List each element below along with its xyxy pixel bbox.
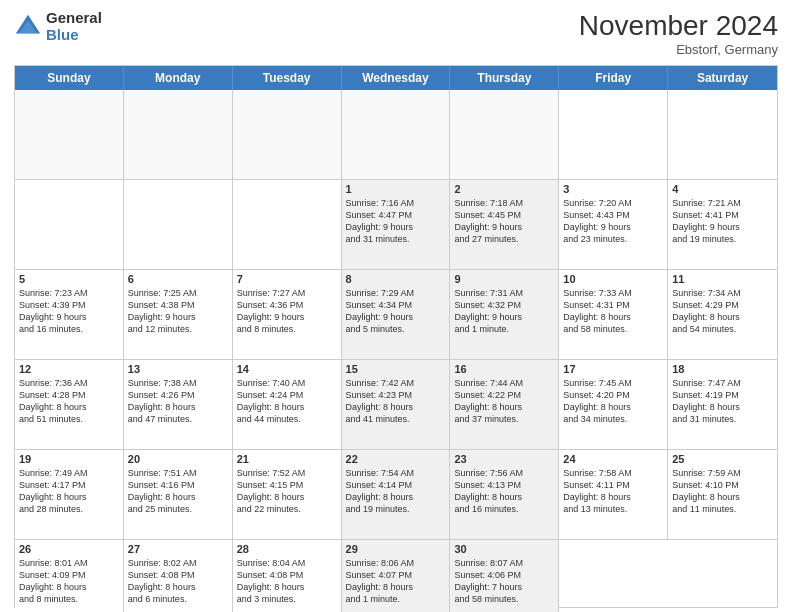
calendar-cell-day-1: 1Sunrise: 7:16 AM Sunset: 4:47 PM Daylig… [342,180,451,270]
day-number: 18 [672,363,773,375]
day-number: 24 [563,453,663,465]
day-info: Sunrise: 7:59 AM Sunset: 4:10 PM Dayligh… [672,467,773,516]
day-info: Sunrise: 7:38 AM Sunset: 4:26 PM Dayligh… [128,377,228,426]
calendar-cell-empty-2 [233,90,342,180]
day-info: Sunrise: 7:54 AM Sunset: 4:14 PM Dayligh… [346,467,446,516]
day-number: 16 [454,363,554,375]
page: General Blue November 2024 Ebstorf, Germ… [0,0,792,612]
title-section: November 2024 Ebstorf, Germany [579,10,778,57]
day-info: Sunrise: 7:27 AM Sunset: 4:36 PM Dayligh… [237,287,337,336]
calendar-cell-day-empty [668,90,777,180]
day-number: 17 [563,363,663,375]
logo-blue-text: Blue [46,27,102,44]
day-info: Sunrise: 7:18 AM Sunset: 4:45 PM Dayligh… [454,197,554,246]
day-info: Sunrise: 7:33 AM Sunset: 4:31 PM Dayligh… [563,287,663,336]
day-info: Sunrise: 8:07 AM Sunset: 4:06 PM Dayligh… [454,557,554,606]
calendar-cell-day-25: 25Sunrise: 7:59 AM Sunset: 4:10 PM Dayli… [668,450,777,540]
day-info: Sunrise: 7:31 AM Sunset: 4:32 PM Dayligh… [454,287,554,336]
day-header-monday: Monday [124,66,233,90]
day-info: Sunrise: 7:25 AM Sunset: 4:38 PM Dayligh… [128,287,228,336]
day-headers: SundayMondayTuesdayWednesdayThursdayFrid… [15,66,777,90]
calendar-cell-day-empty [124,180,233,270]
calendar-cell-day-22: 22Sunrise: 7:54 AM Sunset: 4:14 PM Dayli… [342,450,451,540]
calendar-cell-day-9: 9Sunrise: 7:31 AM Sunset: 4:32 PM Daylig… [450,270,559,360]
day-info: Sunrise: 7:23 AM Sunset: 4:39 PM Dayligh… [19,287,119,336]
calendar-cell-day-2: 2Sunrise: 7:18 AM Sunset: 4:45 PM Daylig… [450,180,559,270]
day-number: 28 [237,543,337,555]
calendar-cell-day-23: 23Sunrise: 7:56 AM Sunset: 4:13 PM Dayli… [450,450,559,540]
day-info: Sunrise: 7:52 AM Sunset: 4:15 PM Dayligh… [237,467,337,516]
day-number: 10 [563,273,663,285]
calendar-cell-day-19: 19Sunrise: 7:49 AM Sunset: 4:17 PM Dayli… [15,450,124,540]
calendar-cell-day-15: 15Sunrise: 7:42 AM Sunset: 4:23 PM Dayli… [342,360,451,450]
day-info: Sunrise: 8:01 AM Sunset: 4:09 PM Dayligh… [19,557,119,606]
day-info: Sunrise: 7:34 AM Sunset: 4:29 PM Dayligh… [672,287,773,336]
calendar-cell-day-29: 29Sunrise: 8:06 AM Sunset: 4:07 PM Dayli… [342,540,451,612]
day-header-wednesday: Wednesday [342,66,451,90]
calendar-cell-empty-3 [342,90,451,180]
day-info: Sunrise: 7:56 AM Sunset: 4:13 PM Dayligh… [454,467,554,516]
day-header-saturday: Saturday [668,66,777,90]
day-number: 9 [454,273,554,285]
calendar-cell-day-21: 21Sunrise: 7:52 AM Sunset: 4:15 PM Dayli… [233,450,342,540]
calendar-cell-day-10: 10Sunrise: 7:33 AM Sunset: 4:31 PM Dayli… [559,270,668,360]
calendar-cell-day-12: 12Sunrise: 7:36 AM Sunset: 4:28 PM Dayli… [15,360,124,450]
day-info: Sunrise: 8:02 AM Sunset: 4:08 PM Dayligh… [128,557,228,606]
day-info: Sunrise: 8:04 AM Sunset: 4:08 PM Dayligh… [237,557,337,606]
day-number: 22 [346,453,446,465]
day-info: Sunrise: 8:06 AM Sunset: 4:07 PM Dayligh… [346,557,446,606]
day-info: Sunrise: 7:47 AM Sunset: 4:19 PM Dayligh… [672,377,773,426]
calendar-cell-day-17: 17Sunrise: 7:45 AM Sunset: 4:20 PM Dayli… [559,360,668,450]
day-info: Sunrise: 7:21 AM Sunset: 4:41 PM Dayligh… [672,197,773,246]
calendar-cell-empty-4 [450,90,559,180]
header: General Blue November 2024 Ebstorf, Germ… [14,10,778,57]
calendar-cell-day-13: 13Sunrise: 7:38 AM Sunset: 4:26 PM Dayli… [124,360,233,450]
day-number: 12 [19,363,119,375]
calendar-cell-day-empty [559,90,668,180]
day-number: 1 [346,183,446,195]
month-title: November 2024 [579,10,778,42]
calendar-cell-day-26: 26Sunrise: 8:01 AM Sunset: 4:09 PM Dayli… [15,540,124,612]
day-info: Sunrise: 7:20 AM Sunset: 4:43 PM Dayligh… [563,197,663,246]
day-info: Sunrise: 7:36 AM Sunset: 4:28 PM Dayligh… [19,377,119,426]
logo: General Blue [14,10,102,43]
calendar-cell-empty-1 [124,90,233,180]
day-number: 7 [237,273,337,285]
calendar-cell-day-30: 30Sunrise: 8:07 AM Sunset: 4:06 PM Dayli… [450,540,559,612]
day-number: 13 [128,363,228,375]
day-number: 15 [346,363,446,375]
calendar: SundayMondayTuesdayWednesdayThursdayFrid… [14,65,778,608]
day-number: 20 [128,453,228,465]
logo-icon [14,13,42,41]
day-number: 25 [672,453,773,465]
calendar-cell-day-18: 18Sunrise: 7:47 AM Sunset: 4:19 PM Dayli… [668,360,777,450]
logo-general-text: General [46,10,102,27]
day-number: 11 [672,273,773,285]
day-info: Sunrise: 7:29 AM Sunset: 4:34 PM Dayligh… [346,287,446,336]
logo-text: General Blue [46,10,102,43]
day-number: 3 [563,183,663,195]
day-number: 19 [19,453,119,465]
location: Ebstorf, Germany [579,42,778,57]
day-info: Sunrise: 7:40 AM Sunset: 4:24 PM Dayligh… [237,377,337,426]
day-info: Sunrise: 7:51 AM Sunset: 4:16 PM Dayligh… [128,467,228,516]
calendar-cell-day-11: 11Sunrise: 7:34 AM Sunset: 4:29 PM Dayli… [668,270,777,360]
day-header-friday: Friday [559,66,668,90]
calendar-cell-day-3: 3Sunrise: 7:20 AM Sunset: 4:43 PM Daylig… [559,180,668,270]
day-header-thursday: Thursday [450,66,559,90]
calendar-cell-day-27: 27Sunrise: 8:02 AM Sunset: 4:08 PM Dayli… [124,540,233,612]
calendar-cell-day-empty [233,180,342,270]
day-number: 29 [346,543,446,555]
calendar-grid: 1Sunrise: 7:16 AM Sunset: 4:47 PM Daylig… [15,90,777,607]
day-number: 5 [19,273,119,285]
day-info: Sunrise: 7:49 AM Sunset: 4:17 PM Dayligh… [19,467,119,516]
day-number: 26 [19,543,119,555]
day-number: 2 [454,183,554,195]
day-header-sunday: Sunday [15,66,124,90]
day-number: 6 [128,273,228,285]
calendar-cell-day-empty [15,180,124,270]
day-info: Sunrise: 7:58 AM Sunset: 4:11 PM Dayligh… [563,467,663,516]
day-info: Sunrise: 7:44 AM Sunset: 4:22 PM Dayligh… [454,377,554,426]
day-number: 21 [237,453,337,465]
day-number: 4 [672,183,773,195]
